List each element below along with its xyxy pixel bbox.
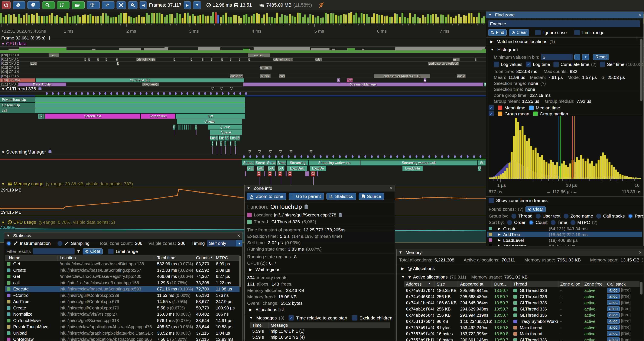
statistics-table-row[interactable]: Normalizejni/../jni/src/claw/vfs/Vfs.cpp…: [5, 311, 240, 317]
sample-dot[interactable]: [52, 92, 54, 95]
frame-bar[interactable]: [90, 14, 92, 24]
timeline-zone[interactable]: aud: [30, 62, 37, 66]
time-relative-checkbox[interactable]: ✓: [288, 315, 294, 320]
frame-bar[interactable]: [18, 14, 20, 24]
sample-dot[interactable]: [186, 92, 188, 95]
frame-bar[interactable]: [307, 18, 309, 24]
timeline-zone[interactable]: Strea: [266, 160, 276, 165]
frame-bar[interactable]: [422, 15, 424, 24]
memory-button[interactable]: [72, 1, 84, 9]
timeline-zone[interactable]: audios: [248, 53, 270, 57]
sample-dot[interactable]: [216, 92, 218, 95]
sample-dot[interactable]: [58, 92, 60, 95]
sample-dot[interactable]: [275, 155, 277, 158]
frame-bar[interactable]: [371, 17, 373, 24]
frame-bar[interactable]: [110, 18, 112, 24]
close-icon[interactable]: ×: [237, 233, 240, 238]
frame-bar[interactable]: [483, 17, 485, 24]
group-by-radio[interactable]: [512, 214, 516, 219]
sample-dot[interactable]: [307, 155, 309, 158]
frame-bar[interactable]: [82, 15, 84, 24]
sample-dot[interactable]: [222, 92, 224, 95]
frame-bar[interactable]: [44, 16, 46, 24]
memory-table-row[interactable]: 0x74ab1ef040256 KB294,629,948ns13:50.7GL…: [404, 306, 640, 312]
frame-marker-icon[interactable]: ▽: [310, 149, 312, 154]
frame-bar[interactable]: [248, 17, 250, 24]
message-row[interactable]: 5.59 smip 10 w 2 h 2 (4): [250, 334, 390, 340]
frame-bar[interactable]: [363, 14, 365, 24]
frame-bar[interactable]: [320, 18, 322, 24]
col-thread[interactable]: Thread: [513, 282, 527, 287]
collapse-icon[interactable]: ▼: [1, 220, 5, 225]
frame-bar[interactable]: [146, 13, 148, 24]
frame-bar[interactable]: [133, 18, 135, 24]
collapse-icon[interactable]: ▼: [1, 87, 5, 91]
frame-bar[interactable]: [10, 15, 12, 24]
alloc-callstack-button[interactable]: alloc: [607, 288, 620, 293]
alloc-callstack-button[interactable]: alloc: [607, 294, 620, 299]
timeline-zone[interactable]: LcU: [247, 166, 254, 171]
frame-bar[interactable]: [266, 13, 268, 24]
sample-dot[interactable]: [313, 155, 315, 158]
sample-dot[interactable]: [146, 92, 148, 95]
statistics-table-row[interactable]: ~Controljni/../jni/src/guif/Control.cpp:…: [5, 293, 240, 298]
collapse-icon[interactable]: ▼: [1, 150, 5, 154]
frame-bar[interactable]: [38, 16, 40, 24]
frame-bar[interactable]: [391, 17, 393, 24]
frame-bar[interactable]: [141, 17, 142, 24]
cpu-core-row[interactable]: osaudios[0:0] CPU 0: [0, 53, 486, 57]
frame-bar[interactable]: [453, 18, 454, 24]
timeline-zone[interactable]: LoU: [257, 166, 264, 171]
increment-button[interactable]: +: [582, 54, 589, 60]
frame-bar[interactable]: [437, 17, 439, 24]
statistics-table-row[interactable]: OnRedrawjni/../jni/src/claw/application/…: [5, 336, 240, 341]
sample-dot[interactable]: [75, 92, 77, 95]
frame-bar[interactable]: [148, 15, 150, 24]
sampling-radio[interactable]: [58, 241, 62, 246]
find-zone-query-input[interactable]: [488, 20, 640, 27]
cpu-core-row[interactable]: audkaudio.service (effect)[0:2] CPU 2: [0, 62, 486, 66]
frame-bar[interactable]: [0, 13, 2, 24]
options-button[interactable]: [13, 1, 25, 9]
log-time-checkbox[interactable]: ✓: [526, 62, 531, 67]
sample-dot[interactable]: [116, 92, 118, 95]
frame-bar[interactable]: [458, 14, 460, 24]
timeline-zone[interactable]: [190, 125, 191, 130]
frame-bar[interactable]: [314, 18, 316, 24]
messages-table-header[interactable]: Time Message: [250, 322, 390, 328]
ignore-case-checkbox[interactable]: [535, 30, 541, 35]
col-location[interactable]: Location: [60, 255, 76, 260]
frame-bar[interactable]: [404, 17, 406, 24]
frame-bar[interactable]: [197, 16, 199, 24]
timeline-zone[interactable]: [305, 171, 309, 176]
show-zone-time-checkbox[interactable]: [489, 198, 494, 203]
timeline-zone[interactable]: (: [195, 125, 197, 130]
sample-dot[interactable]: [396, 155, 398, 158]
frame-bar[interactable]: [286, 16, 288, 24]
sample-dot[interactable]: [151, 92, 153, 95]
running-state-line[interactable]: [241, 159, 486, 160]
frame-bar[interactable]: [258, 14, 260, 24]
frame-bar[interactable]: [279, 17, 281, 24]
frame-bar[interactable]: [250, 16, 252, 24]
memory-table-row[interactable]: 0x74a9d37040186.35 KB295,999,844ns13:50.…: [404, 288, 640, 294]
timeline-zone[interactable]: Get: [176, 114, 245, 119]
matched-locations-row[interactable]: ▶Matched source locations(1): [490, 39, 555, 44]
sample-dot[interactable]: [345, 155, 347, 158]
sample-dot[interactable]: [245, 92, 247, 95]
timeline-zone[interactable]: [264, 171, 265, 176]
sample-dot[interactable]: [210, 92, 212, 95]
timeline-zone[interactable]: kworker/(: [142, 83, 159, 86]
timeline-zone[interactable]: C: [268, 171, 272, 176]
timeline-zone[interactable]: Strear: [255, 160, 266, 165]
sample-dot[interactable]: [122, 92, 124, 95]
timeline-zone[interactable]: [275, 171, 276, 176]
frame-marker-icon[interactable]: ▽: [220, 86, 223, 91]
frame-bar[interactable]: [325, 13, 327, 24]
collapse-icon[interactable]: ▼: [399, 250, 402, 255]
frame-bar[interactable]: [118, 15, 120, 24]
thread-section-header[interactable]: ▼GLThread 336: [1, 86, 42, 92]
timeline-zone[interactable]: [286, 171, 286, 176]
timeline-zone[interactable]: c: [239, 58, 240, 61]
frame-bar[interactable]: [442, 15, 444, 24]
